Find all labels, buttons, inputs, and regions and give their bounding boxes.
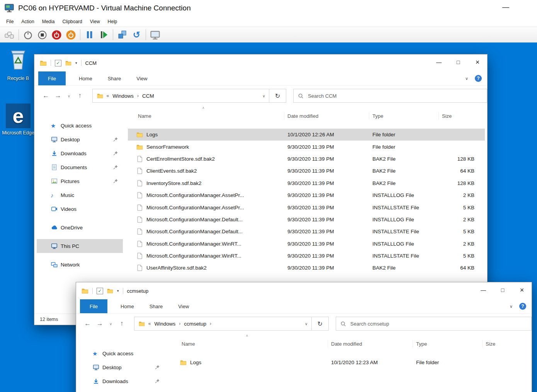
- ribbon-expand-caret-icon[interactable]: ∨: [510, 304, 513, 309]
- file-row[interactable]: Microsoft.ConfigurationManager.AssetPr..…: [128, 189, 485, 201]
- column-header-size[interactable]: Size: [439, 112, 478, 120]
- file-row[interactable]: SensorFramework 9/30/2020 11:39 PM File …: [128, 141, 485, 153]
- refresh-button[interactable]: ↻: [269, 89, 286, 103]
- address-bar[interactable]: « Windows › CCM ∨: [92, 89, 269, 103]
- tab-file[interactable]: File: [80, 299, 107, 313]
- column-header-date[interactable]: Date modified: [284, 112, 369, 120]
- address-bar[interactable]: « Windows › ccmsetup › ∨: [134, 317, 312, 331]
- minimize-button[interactable]: —: [474, 282, 493, 298]
- vm-minimize-button[interactable]: —: [498, 2, 513, 12]
- sidebar-item-documents[interactable]: Documents: [37, 160, 123, 174]
- back-button[interactable]: ←: [82, 320, 93, 328]
- menu-clipboard[interactable]: Clipboard: [58, 17, 86, 26]
- turn-off-button[interactable]: [49, 29, 64, 41]
- file-row[interactable]: Microsoft.ConfigurationManager.Default..…: [128, 226, 485, 238]
- back-button[interactable]: ←: [40, 92, 52, 100]
- help-button[interactable]: ?: [519, 303, 526, 310]
- shut-down-button[interactable]: [64, 29, 78, 41]
- properties-check-icon[interactable]: ✓: [55, 60, 61, 66]
- search-box[interactable]: [336, 317, 532, 331]
- sidebar-item-quick-access[interactable]: ★ Quick access: [78, 346, 165, 360]
- pause-vm-button[interactable]: [82, 29, 97, 41]
- column-header-type[interactable]: Type: [413, 340, 483, 348]
- tab-view[interactable]: View: [129, 71, 155, 85]
- sidebar-item-this-pc[interactable]: This PC: [37, 239, 123, 253]
- close-button[interactable]: ×: [512, 282, 532, 298]
- menu-media[interactable]: Media: [38, 17, 59, 26]
- column-header-date[interactable]: Date modified: [328, 340, 413, 348]
- sidebar-item-quick-access[interactable]: ★ Quick access: [37, 119, 123, 132]
- file-row-logs[interactable]: Logs 10/1/2020 12:23 AM File folder: [172, 356, 529, 368]
- stop-vm-button[interactable]: [35, 29, 49, 41]
- breadcrumb-chevron-icon[interactable]: ›: [179, 321, 180, 326]
- start-vm-button[interactable]: [21, 29, 35, 41]
- up-button[interactable]: ↑: [74, 92, 86, 100]
- menu-file[interactable]: File: [2, 17, 17, 26]
- sidebar-item-videos[interactable]: Videos: [37, 202, 123, 216]
- column-header-name[interactable]: Name: [172, 340, 328, 348]
- menu-help[interactable]: Help: [104, 17, 121, 26]
- sidebar-item-downloads[interactable]: Downloads: [78, 374, 165, 388]
- file-row[interactable]: Microsoft.ConfigurationManager.AssetPr..…: [128, 201, 485, 213]
- ctrl-alt-del-button[interactable]: [2, 29, 17, 41]
- address-dropdown-caret-icon[interactable]: ∨: [259, 94, 269, 98]
- ribbon-expand-caret-icon[interactable]: ∨: [465, 76, 468, 81]
- file-row[interactable]: InventoryStore.sdf.bak2 9/30/2020 11:39 …: [128, 177, 485, 189]
- revert-button[interactable]: ↺: [129, 29, 144, 41]
- refresh-button[interactable]: ↻: [312, 317, 329, 331]
- help-button[interactable]: ?: [475, 75, 482, 82]
- titlebar[interactable]: ✓ ▾ CCM — □ ×: [34, 54, 487, 71]
- resume-vm-button[interactable]: [97, 29, 111, 41]
- tab-home[interactable]: Home: [71, 71, 100, 85]
- sidebar-item-network[interactable]: Network: [37, 258, 123, 272]
- maximize-button[interactable]: □: [449, 54, 468, 70]
- recent-locations-caret-icon[interactable]: ∨: [64, 94, 74, 98]
- file-row[interactable]: Microsoft.ConfigurationManager.Default..…: [128, 214, 485, 226]
- tab-share[interactable]: Share: [100, 71, 129, 85]
- tab-view[interactable]: View: [170, 299, 197, 313]
- file-row[interactable]: ClientEvents.sdf.bak2 9/30/2020 11:39 PM…: [128, 165, 485, 177]
- search-input[interactable]: [307, 93, 483, 99]
- qat-customize-caret-icon[interactable]: ▾: [75, 61, 77, 65]
- menu-action[interactable]: Action: [17, 17, 38, 26]
- address-dropdown-caret-icon[interactable]: ∨: [301, 322, 311, 326]
- recent-locations-caret-icon[interactable]: ∨: [106, 322, 116, 326]
- sidebar-item-desktop[interactable]: Desktop: [78, 360, 165, 374]
- file-row-logs[interactable]: Logs 10/1/2020 12:26 AM File folder: [128, 129, 485, 141]
- sidebar-item-onedrive[interactable]: OneDrive: [37, 221, 123, 234]
- sidebar-item-desktop[interactable]: Desktop: [37, 132, 123, 146]
- checkpoint-button[interactable]: [115, 29, 129, 41]
- breadcrumb-item-current[interactable]: CCM: [142, 93, 154, 99]
- column-header-type[interactable]: Type: [369, 112, 439, 120]
- file-row[interactable]: UserAffinityStore.sdf.bak2 9/30/2020 11:…: [128, 262, 485, 274]
- breadcrumb-item-windows[interactable]: Windows: [155, 321, 176, 327]
- sidebar-item-music[interactable]: ♪ Music: [37, 188, 123, 202]
- file-row[interactable]: Microsoft.ConfigurationManager.WinRT... …: [128, 238, 485, 250]
- breadcrumb-item-current[interactable]: ccmsetup: [184, 321, 206, 327]
- desktop-icon-edge[interactable]: e Microsoft Edge: [1, 104, 36, 136]
- file-row[interactable]: CertEnrollmentStore.sdf.bak2 9/30/2020 1…: [128, 153, 485, 165]
- tab-home[interactable]: Home: [113, 299, 142, 313]
- tab-share[interactable]: Share: [142, 299, 171, 313]
- column-header-name[interactable]: Name: [128, 112, 284, 120]
- titlebar[interactable]: ✓ ▾ ccmsetup — □ ×: [76, 282, 532, 299]
- search-input[interactable]: [350, 321, 527, 327]
- qat-customize-caret-icon[interactable]: ▾: [117, 289, 119, 293]
- new-folder-icon[interactable]: [107, 288, 113, 294]
- sidebar-item-downloads[interactable]: Downloads: [37, 146, 123, 160]
- properties-check-icon[interactable]: ✓: [97, 288, 103, 294]
- new-folder-icon[interactable]: [65, 60, 71, 66]
- minimize-button[interactable]: —: [429, 54, 449, 70]
- file-row[interactable]: Microsoft.ConfigurationManager.WinRT... …: [128, 250, 485, 262]
- close-button[interactable]: ×: [468, 54, 487, 70]
- forward-button[interactable]: →: [52, 92, 64, 100]
- forward-button[interactable]: →: [93, 320, 105, 328]
- desktop-icon-recycle-bin[interactable]: Recycle B: [1, 46, 36, 82]
- vm-titlebar[interactable]: PC06 on HYPERVAMD - Virtual Machine Conn…: [0, 0, 537, 16]
- breadcrumb-chevron-icon[interactable]: ›: [137, 93, 139, 98]
- menu-view[interactable]: View: [86, 17, 104, 26]
- sidebar-item-pictures[interactable]: Pictures: [37, 174, 123, 188]
- breadcrumb-item-windows[interactable]: Windows: [112, 93, 134, 99]
- tab-file[interactable]: File: [38, 71, 66, 85]
- maximize-button[interactable]: □: [493, 282, 512, 298]
